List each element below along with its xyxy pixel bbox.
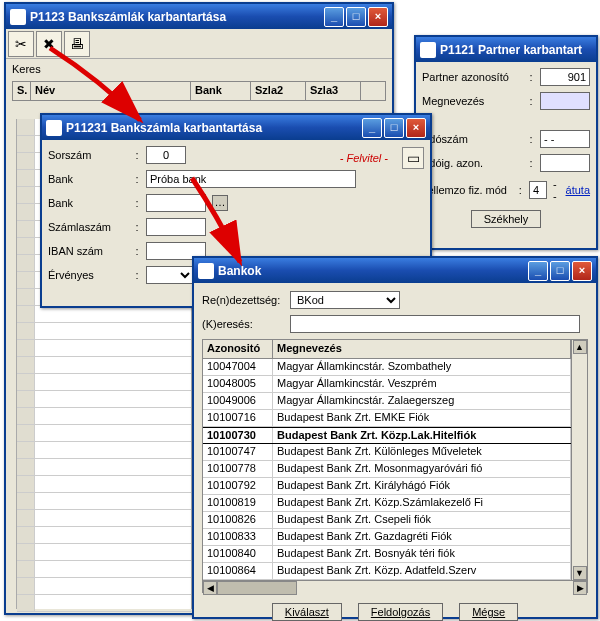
col-szla3[interactable]: Szla3 [306,82,361,100]
table-row[interactable]: 10100778Budapest Bank Zrt. Mosonmagyaróv… [203,461,571,478]
bankok-titlebar: Bankok _ □ × [194,258,596,283]
search-label: (K)eresés: [202,318,284,330]
process-button[interactable]: Feldolgozás [358,603,443,621]
table-row[interactable]: 10048005Magyar Államkincstár. Veszprém [203,376,571,393]
partner-adoig-label: Adóig. azon. [422,157,522,169]
select-button[interactable]: Kiválaszt [272,603,342,621]
scroll-right-icon[interactable]: ▶ [573,581,587,595]
bank2-input[interactable] [146,194,206,212]
cell-name: Budapest Bank Zrt. Csepeli fiók [273,512,571,528]
ervenyes-select[interactable] [146,266,194,284]
form-tool-icon[interactable]: ▭ [402,147,424,169]
app-icon [10,9,26,25]
col-bank[interactable]: Bank [191,82,251,100]
table-row[interactable]: 10049006Magyar Államkincstár. Zalaegersz… [203,393,571,410]
vscrollbar[interactable]: ▲ ▼ [571,340,587,580]
cell-id: 10100747 [203,444,273,460]
cell-name: Budapest Bank Zrt. Mosonmagyaróvári fió [273,461,571,477]
tool-print-icon[interactable]: 🖶 [64,31,90,57]
cell-name: Budapest Bank Zrt. Különleges Műveletek [273,444,571,460]
cell-id: 10100730 [203,428,273,443]
partner-fiz-input[interactable] [529,181,547,199]
hscroll-thumb[interactable] [217,581,297,595]
partner-name-label: Megnevezés [422,95,522,107]
close-button[interactable]: × [368,7,388,27]
partner-title: P1121 Partner karbantart [440,43,592,57]
main-titlebar: P1123 Bankszámlák karbantartása _ □ × [6,4,392,29]
iban-label: IBAN szám [48,245,128,257]
table-row[interactable]: 10100864Budapest Bank Zrt. Közp. Adatfel… [203,563,571,580]
scroll-left-icon[interactable]: ◀ [203,581,217,595]
sorszam-label: Sorszám [48,149,128,161]
sorszam-input[interactable] [146,146,186,164]
partner-name-input[interactable] [540,92,590,110]
sort-select[interactable]: BKod [290,291,400,309]
table-row[interactable]: 10100826Budapest Bank Zrt. Csepeli fiók [203,512,571,529]
table-row[interactable]: 10100840Budapest Bank Zrt. Bosnyák téri … [203,546,571,563]
cell-id: 10100716 [203,410,273,426]
partner-adoig-input[interactable] [540,154,590,172]
tool-x-icon[interactable]: ✖ [36,31,62,57]
cell-id: 10100864 [203,563,273,579]
main-title: P1123 Bankszámlák karbantartása [30,10,324,24]
partner-window: P1121 Partner karbantart Partner azonosí… [414,35,598,250]
partner-fiz-link[interactable]: átuta [566,184,590,196]
szekhely-button[interactable]: Székhely [471,210,542,228]
cell-id: 10100826 [203,512,273,528]
szamlaszam-input[interactable] [146,218,206,236]
main-search-label: Keres [12,63,41,75]
bankok-grid: Azonositó Megnevezés 10047004Magyar Álla… [202,339,588,593]
cell-id: 10048005 [203,376,273,392]
table-row[interactable]: 10100747Budapest Bank Zrt. Különleges Mű… [203,444,571,461]
partner-ado-input[interactable] [540,130,590,148]
partner-id-input[interactable] [540,68,590,86]
col-megnevezes[interactable]: Megnevezés [273,340,571,358]
close-button[interactable]: × [572,261,592,281]
app-icon [198,263,214,279]
cell-name: Budapest Bank Zrt. Közp. Adatfeld.Szerv [273,563,571,579]
partner-fiz-label: Jellemzo fiz. mód [422,184,512,196]
maximize-button[interactable]: □ [384,118,404,138]
col-s[interactable]: S. [13,82,31,100]
cell-name: Budapest Bank Zrt. Bosnyák téri fiók [273,546,571,562]
table-row[interactable]: 10100819Budapest Bank Zrt. Közp.Számlake… [203,495,571,512]
scroll-down-icon[interactable]: ▼ [573,566,587,580]
table-row[interactable]: 10100792Budapest Bank Zrt. Királyhágó Fi… [203,478,571,495]
bank1-label: Bank [48,173,128,185]
close-button[interactable]: × [406,118,426,138]
bank-lookup-button[interactable]: … [212,195,228,211]
main-grid-header: S. Név Bank Szla2 Szla3 [12,81,386,101]
cell-name: Budapest Bank Zrt. Közp.Számlakezelő Fi [273,495,571,511]
cell-name: Budapest Bank Zrt. EMKE Fiók [273,410,571,426]
minimize-button[interactable]: _ [528,261,548,281]
col-nev[interactable]: Név [31,82,191,100]
search-input[interactable] [290,315,580,333]
minimize-button[interactable]: _ [362,118,382,138]
maximize-button[interactable]: □ [346,7,366,27]
szamlaszam-label: Számlaszám [48,221,128,233]
bankok-window: Bankok _ □ × Re(n)dezettség: BKod (K)ere… [192,256,598,619]
col-szla2[interactable]: Szla2 [251,82,306,100]
tool-scissors-icon[interactable]: ✂ [8,31,34,57]
cancel-button[interactable]: Mégse [459,603,518,621]
table-row[interactable]: 10100833Budapest Bank Zrt. Gazdagréti Fi… [203,529,571,546]
hscrollbar[interactable]: ◀ ▶ [203,580,587,595]
cell-name: Budapest Bank Zrt. Királyhágó Fiók [273,478,571,494]
cell-name: Budapest Bank Zrt. Közp.Lak.Hitelfiók [273,428,571,443]
cell-name: Magyar Államkincstár. Veszprém [273,376,571,392]
cell-name: Magyar Államkincstár. Zalaegerszeg [273,393,571,409]
bank2-label: Bank [48,197,128,209]
sort-label: Re(n)dezettség: [202,294,284,306]
main-toolbar: ✂ ✖ 🖶 [6,29,392,59]
bank1-input[interactable] [146,170,356,188]
table-row[interactable]: 10100716Budapest Bank Zrt. EMKE Fiók [203,410,571,427]
scroll-up-icon[interactable]: ▲ [573,340,587,354]
table-row[interactable]: 10100730Budapest Bank Zrt. Közp.Lak.Hite… [203,427,571,444]
mode-indicator: - Felvitel - [340,152,388,164]
cell-name: Budapest Bank Zrt. Gazdagréti Fiók [273,529,571,545]
col-azonosito[interactable]: Azonositó [203,340,273,358]
partner-titlebar: P1121 Partner karbantart [416,37,596,62]
maximize-button[interactable]: □ [550,261,570,281]
minimize-button[interactable]: _ [324,7,344,27]
table-row[interactable]: 10047004Magyar Államkincstár. Szombathel… [203,359,571,376]
